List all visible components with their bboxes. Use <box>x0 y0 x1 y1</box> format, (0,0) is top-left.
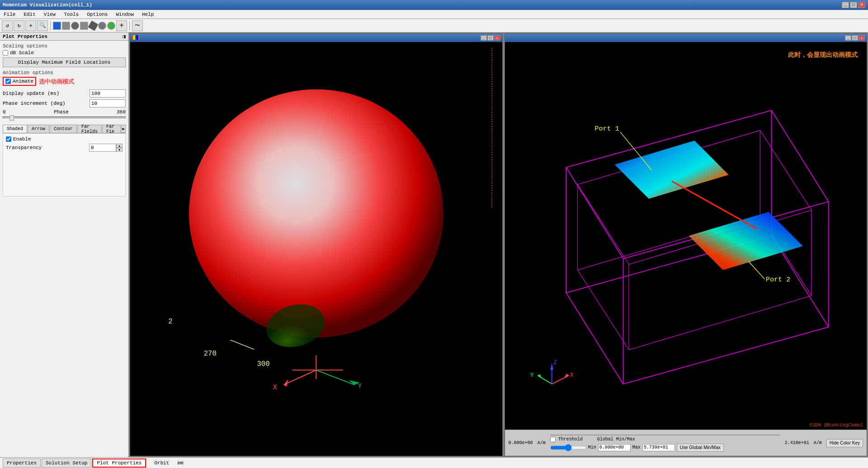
plot2-maximize[interactable]: □ <box>852 35 858 41</box>
transparency-input-wrap: ▲ ▼ <box>89 144 123 152</box>
tab-farfields[interactable]: Far Fields <box>77 125 102 133</box>
toolbar-zoom[interactable]: 🔍 <box>37 20 48 31</box>
colorbar-gradient <box>550 435 780 435</box>
threshold-checkbox[interactable] <box>550 437 556 442</box>
svg-line-15 <box>231 340 254 350</box>
title-bar: Momentum Visualization(cell_1) _ □ × <box>0 0 868 10</box>
toolbar-redo[interactable]: ↻ <box>14 20 24 31</box>
colorbar-min-field[interactable] <box>598 444 631 451</box>
menu-help[interactable]: Help <box>140 10 156 19</box>
plot2-controls[interactable]: _ □ × <box>845 35 865 41</box>
db-scale-checkbox[interactable] <box>3 50 8 56</box>
plot1-close[interactable]: × <box>494 35 500 41</box>
spin-up[interactable]: ▲ <box>116 144 123 148</box>
toolbar-box3[interactable] <box>71 22 79 30</box>
svg-text:X: X <box>273 384 278 392</box>
threshold-label: Threshold <box>558 437 583 442</box>
toolbar-box4[interactable] <box>80 22 88 30</box>
svg-text:Y: Y <box>530 372 533 379</box>
rainbow-icon <box>132 35 139 41</box>
use-global-btn[interactable]: Use Global Min/Max <box>677 444 724 452</box>
hide-color-key-btn[interactable]: Hide Color Key <box>826 439 863 447</box>
toolbar-undo[interactable]: ↺ <box>2 20 13 31</box>
svg-line-30 <box>671 181 757 229</box>
plot2-canvas[interactable]: 此时，会显现出动画模式 <box>505 42 867 430</box>
phase-range-row: 0 Phase 360 <box>3 109 126 115</box>
toolbar-box5[interactable] <box>88 20 99 31</box>
canvas-area: _ □ × <box>129 33 868 457</box>
menu-window[interactable]: Window <box>114 10 136 19</box>
plot2-close[interactable]: × <box>859 35 865 41</box>
maximize-btn[interactable]: □ <box>850 2 857 8</box>
toolbar-sep2 <box>129 21 130 30</box>
svg-text:Z: Z <box>553 360 557 366</box>
tab-plot-properties[interactable]: Plot Properties <box>92 459 146 468</box>
minimize-btn[interactable]: _ <box>842 2 849 8</box>
menu-options[interactable]: Options <box>85 10 109 19</box>
phase-min: 0 <box>3 109 6 115</box>
phase-increment-input[interactable] <box>90 99 126 108</box>
display-max-btn[interactable]: Display Maximum Field Locations <box>3 57 126 67</box>
panel-float-btn[interactable]: ◨ <box>123 33 126 39</box>
plot1-controls[interactable]: _ □ × <box>481 35 500 41</box>
db-scale-row: dB Scale <box>3 50 126 56</box>
animate-label: Animate <box>13 79 33 84</box>
toolbar-box2[interactable] <box>62 22 70 30</box>
plot1-title: _ □ × <box>130 34 502 42</box>
enable-checkbox[interactable] <box>6 136 11 142</box>
global-minmax-label: Global Min/Max <box>597 437 635 442</box>
tab-shaded[interactable]: Shaded <box>3 125 27 133</box>
svg-text:Port 2: Port 2 <box>765 276 790 284</box>
tab-solution-setup[interactable]: Solution Setup <box>42 459 91 468</box>
tabs-scroll[interactable]: ▶ <box>121 125 126 133</box>
toolbar-box6[interactable] <box>98 22 106 30</box>
tab-contour[interactable]: Contour <box>50 125 77 133</box>
colorbar-unit-right: A/m <box>814 440 822 445</box>
colorbar-section: 0.000e+00 A/m Threshold Global Min/Max M… <box>505 430 867 456</box>
plot1-minimize[interactable]: _ <box>481 35 487 41</box>
toolbar-plus[interactable]: + <box>116 20 127 31</box>
svg-marker-29 <box>689 212 802 270</box>
phase-increment-row: Phase increment (deg) <box>3 99 126 108</box>
svg-text:2: 2 <box>168 318 172 326</box>
transparency-label: Transparency <box>6 145 42 150</box>
bottom-bar: Properties Solution Setup Plot Propertie… <box>0 457 868 468</box>
animate-checkbox[interactable] <box>5 79 11 84</box>
tab-arrow[interactable]: Arrow <box>28 125 49 133</box>
display-update-label: Display update (ms) <box>3 91 59 96</box>
menu-edit[interactable]: Edit <box>22 10 37 19</box>
plot2-minimize[interactable]: _ <box>845 35 851 41</box>
pcb-3d-svg: Port 1 Port 2 X Y <box>505 42 867 430</box>
enable-label: Enable <box>13 136 31 142</box>
menu-file[interactable]: File <box>2 10 17 19</box>
colorbar-max-field[interactable] <box>642 444 675 451</box>
menu-view[interactable]: View <box>42 10 57 19</box>
toolbar-wave[interactable]: 〜 <box>132 20 143 31</box>
bottom-tabs: Properties Solution Setup Plot Propertie… <box>3 459 146 468</box>
close-btn[interactable]: × <box>858 2 865 8</box>
window-controls[interactable]: _ □ × <box>842 2 865 8</box>
svg-text:Port 1: Port 1 <box>594 125 619 133</box>
colorbar-slider[interactable] <box>550 445 586 450</box>
phase-label: Phase <box>54 109 69 115</box>
tab-properties[interactable]: Properties <box>3 459 41 468</box>
display-update-input[interactable] <box>90 89 126 98</box>
phase-slider[interactable] <box>3 116 126 119</box>
phase-increment-label: Phase increment (deg) <box>3 101 66 106</box>
toolbar-box1[interactable] <box>53 22 61 30</box>
menu-bar: File Edit View Tools Options Window Help <box>0 10 868 19</box>
transparency-input[interactable] <box>89 144 116 152</box>
spin-down[interactable]: ▼ <box>116 148 123 152</box>
transparency-spinners[interactable]: ▲ ▼ <box>116 144 123 152</box>
toolbar-box7[interactable] <box>107 22 115 30</box>
toolbar-move[interactable]: ✛ <box>25 20 36 31</box>
animation-label: Animation options <box>3 70 126 75</box>
farfield-svg: Y X 2 270 300 <box>130 42 502 456</box>
status-mode: Orbit <box>154 460 169 466</box>
plot1-maximize[interactable]: □ <box>487 35 494 41</box>
transparency-row: Transparency ▲ ▼ <box>6 144 123 152</box>
tab-farfie2[interactable]: Far Fie <box>102 125 121 133</box>
plot1-canvas[interactable]: Y X 2 270 300 <box>130 42 502 456</box>
colorbar-min-label: 0.000e+00 <box>509 440 533 445</box>
menu-tools[interactable]: Tools <box>62 10 80 19</box>
